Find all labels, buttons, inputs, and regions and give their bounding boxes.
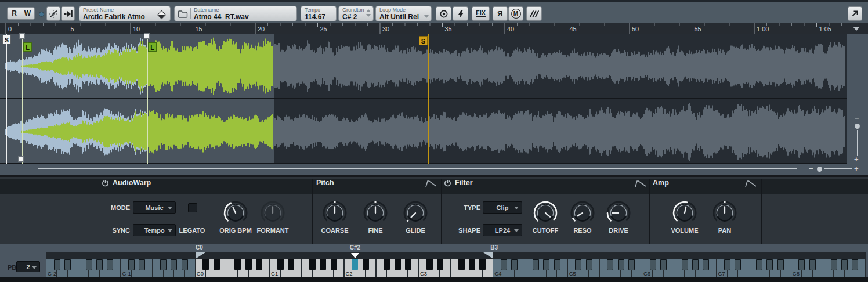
key-black[interactable] [320,259,326,270]
key-black[interactable] [309,259,316,270]
key-range-strip[interactable] [46,252,866,259]
filename-field[interactable]: Dateiname Atmo 44_RT.wav [174,6,297,21]
key-black[interactable] [831,259,837,270]
key-black[interactable] [501,259,507,270]
loop-start-marker[interactable]: L [23,42,32,52]
key-black[interactable] [277,259,284,270]
cutoff-knob[interactable] [532,200,559,226]
key-black[interactable] [735,259,741,270]
loop-end-top-handle[interactable] [144,33,150,39]
orig-bpm-knob[interactable] [222,200,249,226]
key-black[interactable] [798,259,805,270]
slice-button[interactable] [526,6,542,21]
key-black[interactable] [533,259,539,270]
reverse-button[interactable]: R [493,6,508,21]
pitchbend-range-dropdown[interactable]: 2 [16,261,40,272]
key-black[interactable] [288,259,294,270]
key-black[interactable] [724,259,730,270]
spinner-up-icon[interactable] [366,9,371,12]
vertical-zoom-in[interactable]: + [854,157,859,162]
legato-checkbox[interactable] [188,203,197,212]
key-black[interactable] [650,259,656,270]
key-black[interactable] [682,259,688,270]
key-black[interactable] [692,259,699,270]
pitch-envelope-icon[interactable] [425,180,437,187]
mode-dropdown[interactable]: Music [133,201,176,214]
key-black[interactable] [256,259,262,270]
key-black[interactable] [458,259,465,270]
write-automation-button[interactable]: W [21,8,34,19]
loop-mode-field[interactable]: Loop Mode Alt Until Rel [375,6,432,21]
key-black[interactable] [171,259,177,270]
key-black[interactable] [107,259,113,270]
key-black[interactable] [628,259,635,270]
key-black[interactable] [777,259,784,270]
range-start-handle[interactable] [196,252,205,259]
filter-shape-dropdown[interactable]: LP24 [483,224,522,236]
root-key-marker[interactable] [351,253,359,258]
glide-knob[interactable] [402,200,429,226]
expand-button[interactable] [848,6,862,21]
key-black[interactable] [809,259,816,270]
key-black[interactable] [202,259,209,270]
key-black[interactable] [766,259,773,270]
vertical-zoom-handle[interactable] [855,124,860,129]
key-black[interactable] [363,259,369,270]
preset-field[interactable]: Preset-Name Arctic Fabrik Atmo [79,6,171,21]
key-black[interactable] [234,259,241,270]
key-black[interactable] [575,259,581,270]
horizontal-zoom-out[interactable]: − [809,166,813,172]
key-black[interactable] [618,259,624,270]
key-black[interactable] [64,259,71,270]
warp-marker[interactable]: S [419,36,428,45]
key-black[interactable] [331,259,337,270]
ruler-options-dropdown[interactable] [853,27,860,31]
key-black[interactable] [437,259,443,270]
key-root-black[interactable] [352,259,358,270]
key-black[interactable] [139,259,145,270]
key-black[interactable] [96,259,103,270]
key-black[interactable] [214,259,220,270]
range-end-handle[interactable] [483,252,493,259]
sync-dropdown[interactable]: Tempo [133,224,176,236]
loop-start-line[interactable] [22,34,23,164]
key-black[interactable] [586,259,592,270]
horizontal-zoom-handle[interactable] [817,167,822,172]
root-note-spinner[interactable] [366,9,371,17]
loop-start-top-handle[interactable] [19,33,25,39]
key-black[interactable] [182,259,188,270]
reso-knob[interactable] [569,200,596,226]
key-black[interactable] [703,259,709,270]
key-black[interactable] [479,259,486,270]
spinner-down-icon[interactable] [366,14,371,17]
loop-start-bottom-handle[interactable] [18,156,24,162]
loop-end-line[interactable] [147,34,148,164]
key-black[interactable] [554,259,560,270]
key-black[interactable] [384,259,390,270]
quality-flash-button[interactable] [453,6,468,21]
loop-end-marker[interactable]: L [148,42,157,52]
amp-envelope-icon[interactable] [745,180,757,187]
vertical-zoom-out[interactable]: − [855,115,859,121]
warp-marker-line[interactable] [428,34,429,164]
key-black[interactable] [395,259,401,270]
key-black[interactable] [469,259,475,270]
key-black[interactable] [660,259,667,270]
waveform-canvas[interactable] [0,34,847,164]
folder-icon[interactable] [178,10,188,18]
key-black[interactable] [405,259,411,270]
pan-knob[interactable] [711,200,738,226]
key-black[interactable] [160,259,167,270]
timeline-ruler[interactable]: 05101520253035404550551:001:05 [0,23,868,34]
coarse-knob[interactable] [321,200,348,226]
horizontal-zoom-track[interactable] [824,168,852,169]
formant-knob[interactable] [259,200,286,226]
sample-start-marker[interactable]: S [2,35,11,44]
key-black[interactable] [756,259,762,270]
filter-envelope-icon[interactable] [635,180,646,187]
key-black[interactable] [607,259,613,270]
key-black[interactable] [86,259,92,270]
root-note-field[interactable]: Grundton C# 2 [338,6,374,21]
drive-knob[interactable] [605,200,632,226]
sample-start-line[interactable] [6,34,7,164]
